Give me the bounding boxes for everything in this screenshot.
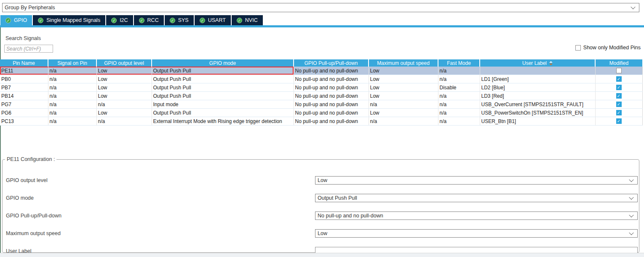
cell-fast-mode: Disable [438,83,480,92]
modified-checkbox[interactable] [616,68,622,73]
cell-modified [595,67,642,75]
table-row-pb7[interactable]: PB7n/aLowOutput Push PullNo pull-up and … [0,83,642,92]
cell-gpio-mode: Output Push Pull [152,92,294,100]
cell-fast-mode: n/a [438,92,480,100]
group-by-select[interactable]: Group By Peripherals [2,3,639,12]
cell-pin-name: PB7 [0,83,48,92]
cell-gpio-output-level: Low [96,92,152,100]
bottom-strip [0,253,644,257]
modified-checkbox[interactable]: ✓ [616,85,622,90]
tab-rcc[interactable]: ✓RCC [134,15,164,25]
cell-pin-name: PC13 [0,117,48,126]
gpio-output-level-select[interactable]: Low [315,176,638,185]
column-header-label: User Label [522,60,547,66]
modified-checkbox[interactable]: ✓ [616,118,622,124]
cell-gpio-mode: Input mode [152,100,294,109]
search-input[interactable] [4,45,53,53]
check-circle-icon: ✓ [111,18,117,23]
cell-gpio-pull-up-pull-down: No pull-up and no pull-down [294,109,369,117]
cell-maximum-output-speed: Low [369,109,438,117]
pin-configuration-panel: PE11 Configuration : GPIO output levelLo… [2,156,639,253]
cell-gpio-pull-up-pull-down: No pull-up and no pull-down [294,67,369,75]
tab-gpio[interactable]: ✓GPIO [0,15,32,25]
gpio-pin-table: Pin NameSignal on PinGPIO output levelGP… [0,59,643,126]
cell-user-label: LD2 [Blue] [480,83,595,92]
show-only-modified-checkbox[interactable] [575,45,581,51]
column-header-label: Signal on Pin [57,60,87,66]
cell-gpio-output-level: n/a [96,100,152,109]
check-circle-icon: ✓ [170,18,175,23]
cell-gpio-output-level: Low [96,75,152,83]
table-row-pb0[interactable]: PB0n/aLowOutput Push PullNo pull-up and … [0,75,642,83]
cell-modified: ✓ [595,92,642,100]
config-field-label: Maximum output speed [6,229,61,238]
cell-gpio-pull-up-pull-down: No pull-up and no pull-down [294,117,369,126]
table-row-pb14[interactable]: PB14n/aLowOutput Push PullNo pull-up and… [0,92,642,100]
cell-user-label: LD1 [Green] [480,75,595,83]
chevron-down-icon [629,213,633,217]
cell-maximum-output-speed: n/a [369,117,438,126]
cell-gpio-output-level: Low [96,83,152,92]
check-circle-icon: ✓ [200,18,205,23]
cell-maximum-output-speed: n/a [369,100,438,109]
modified-checkbox[interactable]: ✓ [616,110,622,115]
modified-checkbox[interactable]: ✓ [616,93,622,99]
gpio-pull-up-pull-down-select[interactable]: No pull-up and no pull-down [315,211,638,220]
cell-signal-on-pin: n/a [48,92,96,100]
configuration-title: PE11 Configuration : [5,156,56,162]
column-header-modified[interactable]: Modified [595,59,642,67]
table-header-row: Pin NameSignal on PinGPIO output levelGP… [0,59,642,67]
cell-modified: ✓ [595,117,642,126]
select-value: No pull-up and no pull-down [318,213,383,219]
tab-label: NVIC [245,17,258,23]
cell-modified: ✓ [595,100,642,109]
column-header-signal-on-pin[interactable]: Signal on Pin [48,59,96,67]
cell-modified: ✓ [595,75,642,83]
chevron-down-icon [631,5,635,9]
cell-gpio-pull-up-pull-down: No pull-up and no pull-down [294,92,369,100]
tab-single-mapped-signals[interactable]: ✓Single Mapped Signals [33,15,105,25]
column-header-label: Pin Name [13,60,35,66]
modified-checkbox[interactable]: ✓ [616,102,622,107]
modified-checkbox[interactable]: ✓ [616,76,622,82]
cell-user-label: LD3 [Red] [480,92,595,100]
column-header-gpio-pull-up-pull-down[interactable]: GPIO Pull-up/Pull-down [294,59,369,67]
column-header-maximum-output-speed[interactable]: Maximum output speed [369,59,438,67]
column-header-gpio-output-level[interactable]: GPIO output level [96,59,152,67]
tab-nvic[interactable]: ✓NVIC [232,15,263,25]
column-header-label: Maximum output speed [377,60,430,66]
cell-fast-mode: n/a [438,100,480,109]
search-signals-label: Search Signals [5,35,41,41]
cell-signal-on-pin: n/a [48,117,96,126]
column-header-pin-name[interactable]: Pin Name [0,59,48,67]
cell-fast-mode: n/a [438,75,480,83]
check-circle-icon: ✓ [139,18,144,23]
table-row-pg6[interactable]: PG6n/aLowOutput Push PullNo pull-up and … [0,109,642,117]
cell-pin-name: PB14 [0,92,48,100]
column-header-label: Fast Mode [447,60,471,66]
show-only-modified-toggle[interactable]: Show only Modified Pins [575,45,641,51]
maximum-output-speed-select[interactable]: Low [315,229,638,238]
select-value: Low [318,230,327,236]
config-field-label: GPIO mode [6,194,34,202]
cell-gpio-output-level: n/a [96,117,152,126]
cell-gpio-pull-up-pull-down: No pull-up and no pull-down [294,75,369,83]
tab-sys[interactable]: ✓SYS [165,15,194,25]
cell-gpio-pull-up-pull-down: No pull-up and no pull-down [294,83,369,92]
check-circle-icon: ✓ [5,18,11,23]
table-row-pc13[interactable]: PC13n/an/aExternal Interrupt Mode with R… [0,117,642,126]
column-header-fast-mode[interactable]: Fast Mode [438,59,480,67]
column-header-label: GPIO mode [209,60,236,66]
cell-gpio-mode: External Interrupt Mode with Rising edge… [152,117,294,126]
cell-signal-on-pin: n/a [48,67,96,75]
tab-i2c[interactable]: ✓I2C [106,15,133,25]
table-row-pe11[interactable]: PE11n/aLowOutput Push PullNo pull-up and… [0,67,642,75]
tab-usart[interactable]: ✓USART [195,15,231,25]
cell-maximum-output-speed: Low [369,67,438,75]
gpio-mode-select[interactable]: Output Push Pull [315,194,638,202]
table-row-pg7[interactable]: PG7n/an/aInput modeNo pull-up and no pul… [0,100,642,109]
cell-signal-on-pin: n/a [48,75,96,83]
config-field-label: GPIO output level [6,176,48,185]
column-header-gpio-mode[interactable]: GPIO mode [152,59,294,67]
column-header-user-label[interactable]: User Label [480,59,595,67]
